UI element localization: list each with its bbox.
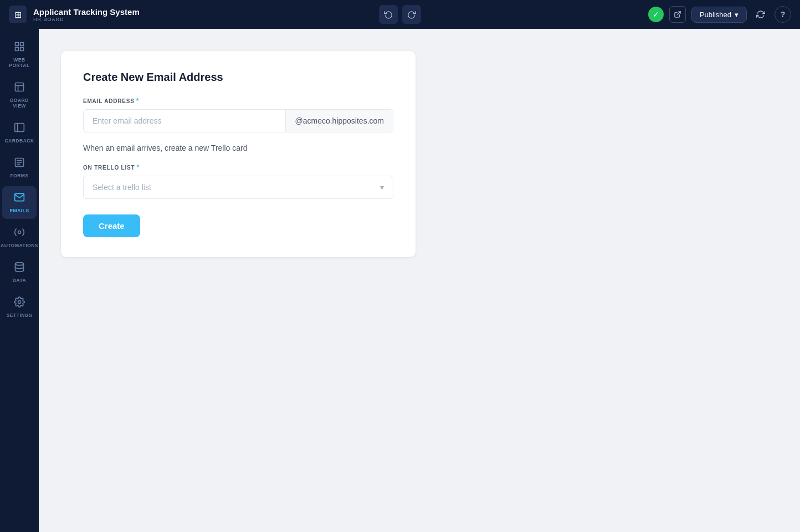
- info-text: When an email arrives, create a new Trel…: [83, 144, 393, 152]
- sidebar-item-board-view[interactable]: BOARD VIEW: [2, 76, 37, 114]
- app-subtitle: HR BOARD: [33, 17, 642, 22]
- undo-button[interactable]: [379, 5, 398, 24]
- create-email-form-card: Create New Email Address EMAIL ADDRESS *…: [61, 51, 416, 257]
- email-field-label: EMAIL ADDRESS *: [83, 97, 393, 105]
- header-right-controls: ✓ Published ▾ ?: [648, 6, 791, 23]
- sidebar-item-emails[interactable]: EMAILS: [2, 186, 37, 219]
- data-label: DATA: [13, 278, 26, 283]
- cardback-icon: [14, 122, 25, 136]
- sidebar: WEB PORTAL BOARD VIEW CARDBACK: [0, 29, 39, 532]
- board-view-icon: [14, 81, 25, 95]
- svg-rect-2: [20, 43, 24, 46]
- svg-rect-3: [16, 48, 19, 51]
- web-portal-icon: [14, 41, 25, 55]
- email-field-group: EMAIL ADDRESS * @acmeco.hipposites.com: [83, 97, 393, 132]
- refresh-button[interactable]: [752, 6, 769, 23]
- trello-select-placeholder: Select a trello list: [93, 183, 151, 192]
- email-address-input[interactable]: [84, 110, 285, 132]
- published-button[interactable]: Published ▾: [691, 7, 747, 23]
- board-view-label: BOARD VIEW: [7, 98, 32, 109]
- top-header: ⊞ Applicant Tracking System HR BOARD ✓: [0, 0, 800, 29]
- chevron-down-icon: ▾: [380, 183, 384, 192]
- forms-label: FORMS: [10, 173, 28, 178]
- help-button[interactable]: ?: [775, 6, 791, 23]
- sidebar-item-web-portal[interactable]: WEB PORTAL: [2, 35, 37, 74]
- svg-rect-1: [16, 43, 19, 46]
- create-button[interactable]: Create: [83, 214, 140, 237]
- header-center-controls: [379, 5, 421, 24]
- email-domain-suffix: @acmeco.hipposites.com: [285, 110, 393, 132]
- settings-label: SETTINGS: [7, 313, 33, 318]
- emails-icon: [14, 192, 25, 206]
- svg-rect-5: [16, 83, 24, 91]
- emails-label: EMAILS: [9, 208, 29, 213]
- sidebar-item-cardback[interactable]: CARDBACK: [2, 116, 37, 149]
- data-icon: [14, 262, 25, 275]
- sidebar-item-automations[interactable]: AUTOMATIONS: [2, 221, 37, 254]
- svg-line-0: [677, 12, 680, 15]
- svg-rect-8: [15, 124, 24, 132]
- sidebar-item-settings[interactable]: SETTINGS: [2, 291, 37, 324]
- trello-list-select[interactable]: Select a trello list ▾: [83, 176, 393, 199]
- redo-button[interactable]: [402, 5, 421, 24]
- settings-icon: [14, 296, 25, 310]
- content-area: Create New Email Address EMAIL ADDRESS *…: [39, 29, 800, 532]
- published-chevron-icon: ▾: [735, 11, 739, 19]
- svg-point-15: [16, 263, 24, 265]
- trello-required-marker: *: [136, 163, 139, 171]
- automations-label: AUTOMATIONS: [1, 243, 38, 248]
- svg-rect-4: [20, 48, 24, 51]
- sidebar-item-data[interactable]: DATA: [2, 256, 37, 289]
- email-input-row: @acmeco.hipposites.com: [83, 109, 393, 132]
- svg-point-16: [18, 301, 21, 304]
- trello-field-label: ON TRELLO LIST *: [83, 163, 393, 171]
- app-icon: ⊞: [9, 6, 27, 23]
- web-portal-label: WEB PORTAL: [7, 57, 32, 68]
- automations-icon: [14, 227, 25, 241]
- form-title: Create New Email Address: [83, 71, 393, 84]
- sidebar-item-forms[interactable]: FORMS: [2, 151, 37, 184]
- cardback-label: CARDBACK: [4, 138, 34, 144]
- published-label: Published: [700, 11, 731, 19]
- trello-list-field-group: ON TRELLO LIST * Select a trello list ▾: [83, 163, 393, 199]
- app-name: Applicant Tracking System: [33, 7, 642, 17]
- forms-icon: [14, 157, 25, 171]
- external-link-button[interactable]: [669, 6, 686, 23]
- header-title-block: Applicant Tracking System HR BOARD: [33, 7, 642, 22]
- help-icon: ?: [781, 10, 786, 19]
- email-required-marker: *: [136, 97, 139, 105]
- status-check-icon: ✓: [648, 7, 664, 22]
- svg-point-14: [18, 231, 21, 234]
- main-layout: WEB PORTAL BOARD VIEW CARDBACK: [0, 29, 800, 532]
